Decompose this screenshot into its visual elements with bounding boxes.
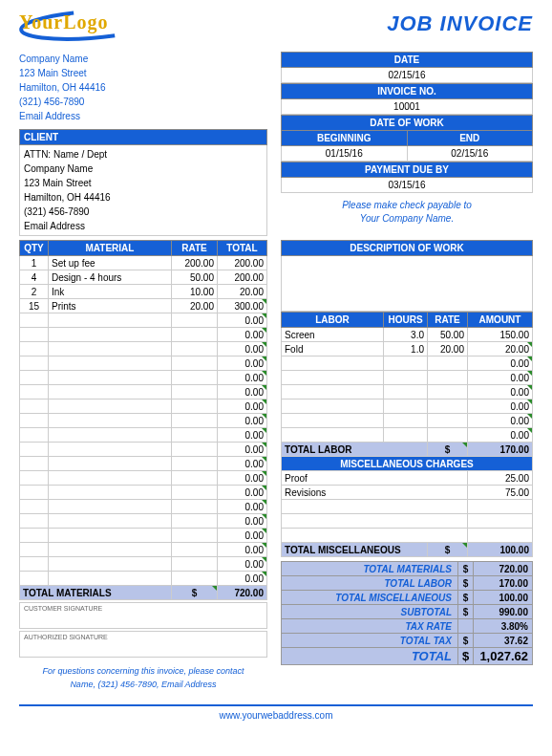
sum-lab: 170.00 xyxy=(474,576,533,591)
client-email: Email Address xyxy=(24,219,263,233)
table-row: 0.00 xyxy=(20,457,267,471)
header-row: YourLogo JOB INVOICE xyxy=(19,11,533,42)
labor-h-lab: LABOR xyxy=(282,313,384,328)
table-row xyxy=(282,529,533,543)
table-row: 0.00 xyxy=(20,414,267,428)
table-row xyxy=(282,500,533,514)
footer-url: www.yourwebaddress.com xyxy=(19,704,533,721)
client-name: Company Name xyxy=(24,162,263,176)
sum-misc-label: TOTAL MISCELLANEOUS xyxy=(282,591,458,605)
begin-label: BEGINNING xyxy=(281,131,408,146)
table-row: 0.00 xyxy=(20,529,267,543)
client-block: ATTN: Name / Dept Company Name 123 Main … xyxy=(19,145,267,236)
sum-lab-cur: $ xyxy=(458,576,474,591)
sum-sub-label: SUBTOTAL xyxy=(282,605,458,619)
date-value: 02/15/16 xyxy=(281,68,533,83)
questions-block: For questions concerning this invoice, p… xyxy=(19,665,267,691)
table-row: 0.00 xyxy=(20,385,267,400)
client-street: 123 Main Street xyxy=(24,176,263,190)
table-row: 0.00 xyxy=(20,356,267,371)
page-title: JOB INVOICE xyxy=(387,11,533,36)
sum-tax-label: TOTAL TAX xyxy=(282,634,458,648)
misc-header: MISCELLANEOUS CHARGES xyxy=(282,457,533,471)
sum-mat: 720.00 xyxy=(474,562,533,576)
company-city: Hamilton, OH 44416 xyxy=(19,80,267,95)
authorized-signature-box: AUTHORIZED SIGNATURE xyxy=(19,631,267,658)
materials-total-cur: $ xyxy=(172,586,218,600)
client-attn: ATTN: Name / Dept xyxy=(24,147,263,162)
company-name: Company Name xyxy=(19,52,267,66)
misc-total-label: TOTAL MISCELLANEOUS xyxy=(282,543,428,557)
sum-mat-cur: $ xyxy=(458,562,474,576)
table-row: 0.00 xyxy=(282,371,533,385)
sum-taxrate-label: TAX RATE xyxy=(282,619,458,634)
logo-swoosh-icon: YourLogo xyxy=(19,11,143,42)
table-row: 0.00 xyxy=(20,486,267,500)
questions-line1: For questions concerning this invoice, p… xyxy=(19,665,267,679)
logo-area: YourLogo xyxy=(19,11,143,42)
sum-total: 1,027.62 xyxy=(474,648,533,665)
table-row: 0.00 xyxy=(282,428,533,443)
table-row: 0.00 xyxy=(282,400,533,414)
labor-h-hrs: HOURS xyxy=(384,313,428,328)
payable-block: Please make check payable to Your Compan… xyxy=(281,199,533,226)
table-row: Screen3.050.00150.00 xyxy=(282,328,533,342)
materials-h-mat: MATERIAL xyxy=(49,241,172,256)
table-row: 0.00 xyxy=(20,313,267,328)
labor-h-amt: AMOUNT xyxy=(468,313,533,328)
dow-label: DATE OF WORK xyxy=(281,115,533,131)
company-street: 123 Main Street xyxy=(19,66,267,80)
sum-misc: 100.00 xyxy=(474,591,533,605)
labor-total-cur: $ xyxy=(428,443,468,457)
table-row: 0.00 xyxy=(20,428,267,443)
body-columns: QTY MATERIAL RATE TOTAL 1Set up fee200.0… xyxy=(19,240,533,691)
table-row: 0.00 xyxy=(282,385,533,400)
labor-h-rate: RATE xyxy=(428,313,468,328)
due-value: 03/15/16 xyxy=(281,178,533,193)
table-row: Revisions75.00 xyxy=(282,486,533,500)
table-row: 0.00 xyxy=(20,471,267,486)
table-row xyxy=(282,514,533,529)
description-box xyxy=(281,256,533,312)
top-columns: Company Name 123 Main Street Hamilton, O… xyxy=(19,46,533,236)
end-label: END xyxy=(408,131,534,146)
materials-total-label: TOTAL MATERIALS xyxy=(20,586,172,600)
payable-line1: Please make check payable to xyxy=(281,199,533,212)
logo-text: YourLogo xyxy=(19,11,143,33)
invoice-label: INVOICE NO. xyxy=(281,83,533,99)
sum-sub: 990.00 xyxy=(474,605,533,619)
client-city: Hamilton, OH 44416 xyxy=(24,190,263,205)
table-row: 0.00 xyxy=(20,400,267,414)
table-row: Proof25.00 xyxy=(282,471,533,486)
table-row: 0.00 xyxy=(282,356,533,371)
misc-total-cur: $ xyxy=(428,543,468,557)
table-row: 1Set up fee200.00200.00 xyxy=(20,256,267,270)
materials-h-rate: RATE xyxy=(172,241,218,256)
table-row: 0.00 xyxy=(20,543,267,557)
sum-misc-cur: $ xyxy=(458,591,474,605)
company-block: Company Name 123 Main Street Hamilton, O… xyxy=(19,52,267,123)
customer-signature-label: CUSTOMER SIGNATURE xyxy=(24,605,102,612)
sum-lab-label: TOTAL LABOR xyxy=(282,576,458,591)
description-header: DESCRIPTION OF WORK xyxy=(281,240,533,256)
table-row: 0.00 xyxy=(20,572,267,586)
table-row: 15Prints20.00300.00 xyxy=(20,299,267,313)
labor-total: 170.00 xyxy=(468,443,533,457)
authorized-signature-label: AUTHORIZED SIGNATURE xyxy=(24,634,108,640)
payable-line2: Your Company Name. xyxy=(281,212,533,226)
misc-total: 100.00 xyxy=(468,543,533,557)
table-row: 0.00 xyxy=(282,414,533,428)
labor-total-label: TOTAL LABOR xyxy=(282,443,428,457)
client-phone: (321) 456-7890 xyxy=(24,205,263,219)
sum-total-label: TOTAL xyxy=(282,648,458,665)
company-email: Email Address xyxy=(19,109,267,123)
client-header: CLIENT xyxy=(19,129,267,145)
sum-tax-cur: $ xyxy=(458,634,474,648)
materials-table: QTY MATERIAL RATE TOTAL 1Set up fee200.0… xyxy=(19,240,267,600)
table-row: 4Design - 4 hours50.00200.00 xyxy=(20,270,267,285)
customer-signature-box: CUSTOMER SIGNATURE xyxy=(19,602,267,629)
sum-mat-label: TOTAL MATERIALS xyxy=(282,562,458,576)
date-label: DATE xyxy=(281,52,533,68)
materials-h-total: TOTAL xyxy=(218,241,267,256)
labor-table: LABOR HOURS RATE AMOUNT Screen3.050.0015… xyxy=(281,312,533,557)
